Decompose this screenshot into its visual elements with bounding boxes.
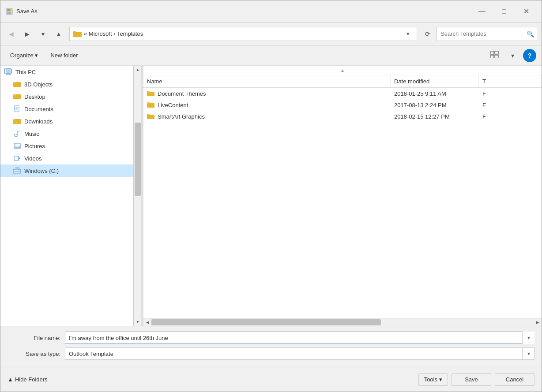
col-header-name[interactable]: Name [143, 75, 391, 87]
this-pc-icon [4, 68, 13, 75]
sidebar-label-windows-c: Windows (C:) [24, 168, 59, 174]
footer-buttons: ▲ Hide Folders Tools ▾ Save Cancel [0, 367, 542, 392]
svg-rect-39 [147, 92, 154, 96]
file-row[interactable]: LiveContent 2017-08-13 2:24 PM F [143, 99, 542, 111]
footer-left: ▲ Hide Folders [8, 376, 415, 383]
sidebar-label-music: Music [24, 131, 39, 137]
dialog-icon [6, 8, 13, 15]
scroll-left-button[interactable]: ◀ [143, 318, 151, 326]
toolbar: Organize ▾ New folder ▾ ? [0, 45, 542, 66]
col-header-type[interactable]: T [479, 75, 542, 87]
address-bar[interactable]: « Microsoft › Templates ▾ [69, 27, 417, 41]
svg-rect-10 [495, 55, 498, 58]
sidebar-item-3d-objects[interactable]: 3D Objects [0, 78, 133, 90]
file-cell-type: F [479, 88, 542, 99]
hide-folders-arrow-icon: ▲ [8, 376, 13, 383]
svg-rect-7 [490, 51, 494, 54]
title-bar: Save As — □ ✕ [0, 0, 542, 22]
sidebar-label-desktop: Desktop [24, 93, 45, 100]
left-pane-scrollbar: ▲ ▼ [133, 66, 141, 326]
scroll-down-button[interactable]: ▼ [134, 318, 141, 326]
left-pane-scroll-wrapper: This PC 3D Objects [0, 66, 141, 326]
svg-text:WIN: WIN [16, 168, 19, 170]
sidebar-item-music[interactable]: Music [0, 127, 133, 140]
scroll-thumb[interactable] [135, 123, 141, 196]
column-header-row: Name Date modified T [143, 75, 542, 88]
tools-label: Tools [424, 376, 437, 383]
sidebar-item-downloads[interactable]: ↓ Downloads [0, 115, 133, 127]
sidebar-item-desktop[interactable]: Desktop [0, 90, 133, 103]
new-folder-button[interactable]: New folder [46, 49, 82, 62]
help-button[interactable]: ? [523, 49, 536, 62]
sidebar-item-windows-c[interactable]: WIN Windows (C:) [0, 164, 133, 177]
svg-rect-1 [7, 9, 10, 11]
file-row[interactable]: SmartArt Graphics 2018-02-15 12:27 PM F [143, 111, 542, 122]
bottom-input-area: File name: ▾ Save as type: Outlook Templ… [0, 326, 542, 367]
view-button[interactable] [488, 49, 502, 62]
tools-dropdown-icon: ▾ [439, 376, 442, 383]
file-name-field-wrapper: ▾ [65, 332, 534, 344]
file-cell-date: 2018-01-25 9:11 AM [391, 88, 479, 99]
file-row[interactable]: Document Themes 2018-01-25 9:11 AM F [143, 88, 542, 99]
left-pane-container: This PC 3D Objects [0, 66, 142, 326]
col-up-arrow-icon: ▲ [340, 68, 345, 73]
navigation-bar: ◀ ▶ ▾ ▲ « Microsoft › Templates ▾ ⟳ [0, 22, 542, 45]
back-button[interactable]: ◀ [4, 27, 18, 41]
sidebar-item-documents[interactable]: Documents [0, 103, 133, 115]
file-cell-type: F [479, 111, 542, 122]
h-scroll-track [151, 318, 534, 326]
up-button[interactable]: ▲ [52, 27, 66, 41]
hide-folders-button[interactable]: ▲ Hide Folders [8, 376, 48, 383]
dialog-title: Save As [16, 8, 472, 15]
right-pane: ▲ Name Date modified T [143, 66, 542, 326]
scroll-right-button[interactable]: ▶ [534, 318, 542, 326]
save-type-select[interactable]: Outlook Template [65, 347, 534, 360]
sidebar-item-this-pc[interactable]: This PC [0, 66, 133, 78]
maximize-button[interactable]: □ [494, 5, 514, 18]
forward-button[interactable]: ▶ [20, 27, 34, 41]
downloads-icon: ↓ [13, 118, 22, 125]
window-controls: — □ ✕ [472, 5, 536, 18]
sidebar-label-3d-objects: 3D Objects [24, 81, 53, 88]
desktop-icon [13, 93, 22, 100]
svg-marker-32 [19, 157, 20, 160]
svg-rect-13 [7, 73, 10, 74]
save-type-wrapper: Outlook Template ▾ [65, 347, 534, 360]
save-button[interactable]: Save [452, 373, 491, 386]
col-up-arrow-row: ▲ [143, 66, 542, 75]
folder-icon [147, 102, 155, 108]
svg-rect-44 [147, 114, 150, 115]
file-cell-name: SmartArt Graphics [143, 111, 391, 122]
organize-button[interactable]: Organize ▾ [6, 49, 42, 62]
file-name-input[interactable] [65, 332, 534, 344]
sidebar-item-pictures[interactable]: Pictures [0, 140, 133, 152]
music-icon [13, 130, 22, 137]
nav-dropdown-button[interactable]: ▾ [36, 27, 50, 41]
file-name-label: File name: [8, 335, 65, 341]
h-scroll-thumb[interactable] [151, 319, 381, 325]
tools-button[interactable]: Tools ▾ [418, 373, 448, 386]
scroll-up-button[interactable]: ▲ [134, 66, 141, 74]
sidebar-label-this-pc: This PC [15, 69, 36, 75]
svg-rect-9 [490, 55, 494, 58]
address-folder-icon [73, 30, 82, 37]
search-box: 🔍 [437, 27, 538, 41]
svg-rect-43 [147, 115, 154, 119]
minimize-button[interactable]: — [472, 5, 492, 18]
cancel-button[interactable]: Cancel [495, 373, 534, 386]
col-header-date[interactable]: Date modified [391, 75, 479, 87]
svg-rect-41 [147, 103, 154, 108]
svg-line-28 [17, 131, 20, 131]
file-name-dropdown-button[interactable]: ▾ [522, 332, 534, 344]
close-button[interactable]: ✕ [516, 5, 536, 18]
dropdown-icon: ▾ [41, 30, 45, 37]
svg-rect-6 [73, 31, 76, 32]
svg-rect-3 [10, 9, 11, 11]
sidebar-item-videos[interactable]: Videos [0, 152, 133, 164]
search-input[interactable] [440, 30, 527, 37]
svg-point-26 [15, 134, 17, 137]
refresh-button[interactable]: ⟳ [421, 27, 435, 41]
up-icon: ▲ [56, 30, 62, 37]
address-dropdown-button[interactable]: ▾ [403, 29, 413, 39]
view-dropdown-button[interactable]: ▾ [505, 49, 519, 63]
